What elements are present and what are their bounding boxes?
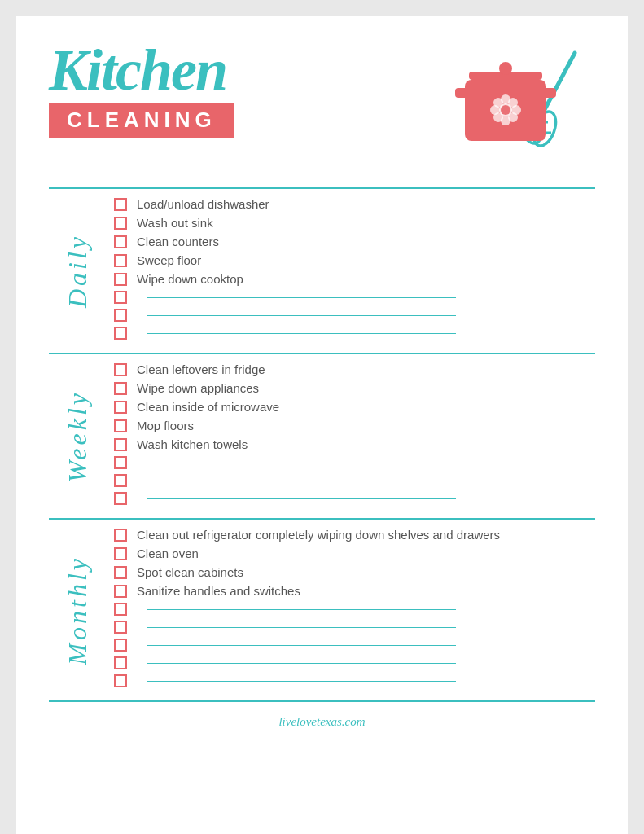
monthly-content: Clean out refrigerator completely wiping… — [106, 528, 595, 692]
list-item: Wash out sink — [114, 216, 595, 230]
item-text: Clean counters — [137, 235, 219, 248]
item-text: Wipe down cooktop — [137, 272, 243, 286]
checkbox[interactable] — [114, 401, 127, 414]
blank-line-item — [114, 291, 595, 304]
blank-line — [147, 498, 456, 499]
checkbox[interactable] — [114, 639, 127, 652]
item-text: Mop floors — [137, 419, 194, 432]
item-text: Sanitize handles and switches — [137, 584, 300, 598]
item-text: Clean oven — [137, 546, 199, 560]
item-text: Clean out refrigerator completely wiping… — [137, 528, 500, 542]
checkbox[interactable] — [114, 547, 127, 560]
item-text: Wash out sink — [137, 216, 213, 230]
checkbox[interactable] — [114, 198, 127, 211]
list-item: Wipe down cooktop — [114, 272, 595, 286]
checkbox[interactable] — [114, 656, 127, 669]
list-item: Clean counters — [114, 235, 595, 248]
item-text: Clean leftovers in fridge — [137, 362, 265, 376]
footer-text: livelovetexas.com — [278, 715, 365, 728]
svg-line-0 — [542, 53, 575, 114]
section-daily: Daily Load/unload dishwasher Wash out si… — [49, 187, 595, 353]
item-text: Wash kitchen towels — [137, 437, 248, 451]
item-text: Wipe down appliances — [137, 381, 259, 395]
page: Kitchen CLEANING — [16, 16, 628, 834]
section-monthly: Monthly Clean out refrigerator completel… — [49, 518, 595, 702]
checkbox[interactable] — [114, 621, 127, 634]
list-item: Mop floors — [114, 419, 595, 432]
section-label-weekly: Weekly — [49, 362, 106, 510]
blank-line-item — [114, 674, 595, 687]
item-text: Clean inside of microwave — [137, 400, 279, 414]
checkbox[interactable] — [114, 217, 127, 230]
svg-point-16 — [508, 98, 518, 108]
list-item: Wash kitchen towels — [114, 437, 595, 451]
weekly-content: Clean leftovers in fridge Wipe down appl… — [106, 362, 595, 510]
svg-point-17 — [493, 112, 503, 122]
svg-point-18 — [508, 112, 518, 122]
daily-label: Daily — [63, 234, 93, 308]
blank-line-item — [114, 621, 595, 634]
list-item: Sanitize handles and switches — [114, 584, 595, 598]
checkbox[interactable] — [114, 363, 127, 376]
checkbox[interactable] — [114, 529, 127, 542]
pot-illustration — [432, 41, 595, 171]
blank-line-item — [114, 639, 595, 652]
checkbox[interactable] — [114, 603, 127, 616]
blank-line — [147, 627, 456, 628]
checkbox[interactable] — [114, 585, 127, 598]
svg-point-19 — [501, 105, 510, 115]
list-item: Clean out refrigerator completely wiping… — [114, 528, 595, 542]
item-text: Sweep floor — [137, 253, 201, 267]
checkbox[interactable] — [114, 474, 127, 487]
section-label-monthly: Monthly — [49, 528, 106, 692]
checkbox[interactable] — [114, 254, 127, 267]
checkbox[interactable] — [114, 382, 127, 395]
checkbox[interactable] — [114, 327, 127, 340]
header: Kitchen CLEANING — [49, 41, 595, 171]
list-item: Wipe down appliances — [114, 381, 595, 395]
list-item: Spot clean cabinets — [114, 565, 595, 579]
monthly-label: Monthly — [63, 555, 93, 665]
daily-content: Load/unload dishwasher Wash out sink Cle… — [106, 197, 595, 345]
checkbox[interactable] — [114, 674, 127, 687]
blank-line-item — [114, 474, 595, 487]
blank-line — [147, 681, 456, 682]
svg-point-6 — [499, 62, 512, 75]
blank-line-item — [114, 603, 595, 616]
section-weekly: Weekly Clean leftovers in fridge Wipe do… — [49, 353, 595, 518]
header-left: Kitchen CLEANING — [49, 41, 234, 138]
list-item: Clean leftovers in fridge — [114, 362, 595, 376]
list-item: Load/unload dishwasher — [114, 197, 595, 211]
item-text: Spot clean cabinets — [137, 565, 243, 579]
blank-line — [147, 463, 456, 463]
list-item: Sweep floor — [114, 253, 595, 267]
svg-point-15 — [493, 98, 503, 108]
item-text: Load/unload dishwasher — [137, 197, 269, 211]
blank-line — [147, 333, 456, 334]
list-item: Clean oven — [114, 546, 595, 560]
blank-line-item — [114, 309, 595, 322]
blank-line-item — [114, 456, 595, 469]
checkbox[interactable] — [114, 273, 127, 286]
blank-line — [147, 663, 456, 664]
blank-line — [147, 609, 456, 610]
title-kitchen: Kitchen — [49, 41, 234, 99]
sections: Daily Load/unload dishwasher Wash out si… — [49, 187, 595, 702]
checkbox[interactable] — [114, 456, 127, 469]
checkbox[interactable] — [114, 566, 127, 579]
checkbox[interactable] — [114, 438, 127, 451]
footer: livelovetexas.com — [49, 715, 595, 729]
pot-svg — [432, 41, 595, 171]
checkbox[interactable] — [114, 419, 127, 432]
checkbox[interactable] — [114, 235, 127, 248]
checkbox[interactable] — [114, 309, 127, 322]
cleaning-box: CLEANING — [49, 103, 234, 138]
checkbox[interactable] — [114, 492, 127, 505]
checkbox[interactable] — [114, 291, 127, 304]
list-item: Clean inside of microwave — [114, 400, 595, 414]
blank-line-item — [114, 327, 595, 340]
blank-line — [147, 315, 456, 316]
weekly-label: Weekly — [63, 390, 93, 482]
blank-line — [147, 297, 456, 298]
blank-line-item — [114, 656, 595, 669]
